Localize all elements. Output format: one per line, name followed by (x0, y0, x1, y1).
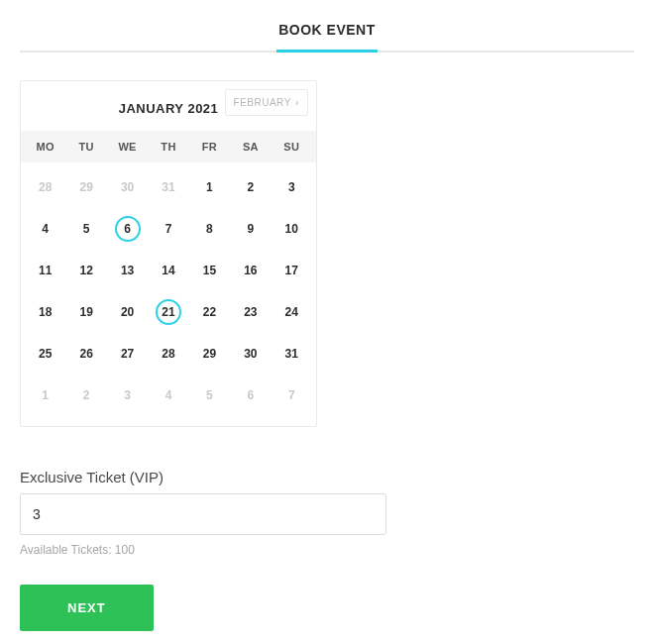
ticket-form: Exclusive Ticket (VIP) Available Tickets… (20, 469, 634, 631)
calendar-day[interactable]: 24 (272, 291, 312, 333)
calendar-weekday: SU (272, 141, 312, 153)
calendar-weekday: MO (25, 141, 65, 153)
ticket-type-label: Exclusive Ticket (VIP) (20, 469, 634, 485)
calendar-day[interactable]: 8 (189, 208, 230, 250)
calendar-day[interactable]: 29 (189, 333, 230, 375)
ticket-quantity-input[interactable] (20, 493, 386, 535)
calendar-day[interactable]: 12 (65, 250, 106, 291)
calendar-day[interactable]: 13 (107, 250, 148, 291)
calendar-weekday: TU (65, 141, 106, 153)
calendar-day[interactable]: 26 (65, 333, 106, 375)
next-button[interactable]: NEXT (20, 585, 154, 631)
calendar-weekday: WE (107, 141, 148, 153)
calendar: JANUARY 2021 FEBRUARY › MOTUWETHFRSASU 2… (20, 80, 317, 427)
calendar-weekday: TH (148, 141, 188, 153)
calendar-day[interactable]: 1 (189, 166, 230, 208)
calendar-day[interactable]: 22 (189, 291, 230, 333)
tab-book-event[interactable]: BOOK EVENT (276, 12, 378, 53)
calendar-day-selected: 6 (115, 216, 141, 242)
calendar-header: JANUARY 2021 FEBRUARY › (21, 81, 316, 131)
tabs-bar: BOOK EVENT (20, 12, 634, 53)
calendar-weekday-row: MOTUWETHFRSASU (21, 131, 316, 162)
calendar-day[interactable]: 16 (230, 250, 271, 291)
calendar-day: 5 (189, 375, 230, 416)
calendar-weekday: FR (189, 141, 230, 153)
calendar-day[interactable]: 31 (272, 333, 312, 375)
calendar-next-month-label: FEBRUARY (234, 97, 291, 108)
calendar-day: 28 (25, 166, 65, 208)
calendar-next-month-button[interactable]: FEBRUARY › (225, 89, 308, 116)
calendar-day-selected: 21 (156, 299, 181, 325)
calendar-grid: 2829303112345678910111213141516171819202… (21, 162, 316, 420)
chevron-right-icon: › (295, 97, 299, 108)
calendar-day[interactable]: 23 (230, 291, 271, 333)
calendar-day: 3 (107, 375, 148, 416)
calendar-day[interactable]: 21 (148, 291, 188, 333)
calendar-day: 6 (230, 375, 271, 416)
calendar-day: 30 (107, 166, 148, 208)
calendar-day: 4 (148, 375, 188, 416)
calendar-day: 1 (25, 375, 65, 416)
calendar-day: 31 (148, 166, 188, 208)
calendar-day[interactable]: 27 (107, 333, 148, 375)
calendar-day[interactable]: 15 (189, 250, 230, 291)
calendar-day[interactable]: 10 (272, 208, 312, 250)
calendar-day[interactable]: 7 (148, 208, 188, 250)
calendar-day[interactable]: 9 (230, 208, 271, 250)
calendar-day[interactable]: 14 (148, 250, 188, 291)
calendar-day[interactable]: 17 (272, 250, 312, 291)
calendar-day[interactable]: 20 (107, 291, 148, 333)
calendar-day: 7 (272, 375, 312, 416)
calendar-day[interactable]: 4 (25, 208, 65, 250)
calendar-day: 2 (65, 375, 106, 416)
calendar-day[interactable]: 19 (65, 291, 106, 333)
calendar-day[interactable]: 18 (25, 291, 65, 333)
calendar-day[interactable]: 28 (148, 333, 188, 375)
calendar-day[interactable]: 2 (230, 166, 271, 208)
calendar-day[interactable]: 11 (25, 250, 65, 291)
calendar-day[interactable]: 6 (107, 208, 148, 250)
calendar-day[interactable]: 30 (230, 333, 271, 375)
calendar-weekday: SA (230, 141, 271, 153)
calendar-day[interactable]: 3 (272, 166, 312, 208)
calendar-month-label: JANUARY 2021 (119, 101, 219, 116)
available-tickets-label: Available Tickets: 100 (20, 543, 634, 557)
calendar-day[interactable]: 5 (65, 208, 106, 250)
calendar-day[interactable]: 25 (25, 333, 65, 375)
calendar-day: 29 (65, 166, 106, 208)
